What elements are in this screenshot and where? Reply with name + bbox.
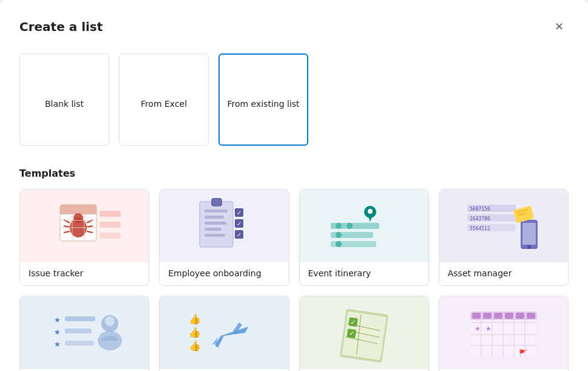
- close-icon: ✕: [555, 20, 564, 33]
- template-event-itinerary[interactable]: Event itinerary: [299, 189, 429, 286]
- svg-text:✓: ✓: [350, 318, 357, 326]
- modal-title: Create a list: [19, 19, 103, 34]
- svg-rect-34: [204, 234, 225, 237]
- svg-point-72: [105, 316, 115, 326]
- template-thumb-event: [300, 189, 428, 262]
- svg-text:✓: ✓: [237, 209, 242, 216]
- svg-rect-65: [65, 316, 95, 321]
- svg-point-49: [336, 232, 342, 238]
- svg-text:👍: 👍: [189, 340, 201, 352]
- svg-text:★: ★: [54, 340, 61, 349]
- svg-rect-27: [100, 222, 121, 228]
- from-excel-option[interactable]: X From Excel: [119, 53, 209, 146]
- options-row: Blank list X From Excel: [19, 53, 569, 146]
- svg-rect-92: [516, 313, 524, 319]
- from-existing-label: From existing list: [227, 99, 299, 109]
- blank-list-label: Blank list: [45, 99, 84, 109]
- svg-rect-90: [494, 313, 502, 319]
- svg-text:👍: 👍: [189, 327, 201, 338]
- svg-rect-33: [204, 228, 221, 231]
- template-travel-requests[interactable]: 👍 👍 👍 Travel requests: [159, 296, 289, 371]
- template-thumb-employee: ✓ ✓ ✓: [160, 189, 288, 262]
- svg-rect-69: [65, 341, 94, 345]
- svg-text:🚩: 🚩: [519, 349, 527, 357]
- svg-rect-91: [505, 313, 513, 319]
- svg-text:✓: ✓: [237, 220, 242, 227]
- svg-rect-89: [483, 313, 492, 319]
- svg-point-47: [346, 223, 353, 229]
- templates-section: Templates: [19, 168, 569, 371]
- svg-rect-30: [204, 209, 228, 213]
- svg-point-15: [73, 213, 83, 223]
- svg-text:★: ★: [475, 325, 481, 333]
- svg-text:5564512: 5564512: [470, 226, 490, 231]
- svg-text:★: ★: [54, 328, 61, 336]
- template-thumb-content: ★ ★ 🚩: [439, 296, 568, 369]
- template-thumb-recruitment: ★ ★ ★: [20, 296, 149, 369]
- svg-rect-59: [522, 223, 536, 245]
- from-existing-list-option[interactable]: From existing list: [218, 53, 308, 146]
- svg-text:✓: ✓: [348, 330, 355, 338]
- templates-grid: Issue tracker ✓: [19, 189, 569, 371]
- svg-rect-31: [204, 216, 224, 219]
- svg-rect-67: [65, 328, 92, 333]
- svg-point-44: [368, 209, 373, 214]
- svg-text:★: ★: [54, 316, 61, 324]
- svg-text:5687156: 5687156: [470, 206, 490, 212]
- template-recruitment-tracker[interactable]: ★ ★ ★ Recruitment tracker: [19, 296, 149, 371]
- template-asset-manager-label: Asset manager: [439, 262, 568, 285]
- modal-header: Create a list ✕: [19, 17, 569, 36]
- svg-rect-41: [212, 199, 221, 206]
- blank-list-option[interactable]: Blank list: [19, 53, 109, 146]
- template-employee-onboarding-label: Employee onboarding: [160, 262, 288, 285]
- close-button[interactable]: ✕: [549, 17, 569, 36]
- svg-point-46: [336, 223, 342, 229]
- create-list-modal: Create a list ✕ Blank list X: [0, 0, 588, 371]
- from-excel-label: From Excel: [141, 99, 187, 109]
- templates-section-title: Templates: [19, 168, 569, 179]
- svg-point-51: [336, 241, 342, 247]
- template-asset-manager[interactable]: 5687156 1643786 5564512: [439, 189, 569, 286]
- template-work-progress-tracker[interactable]: ✓ ✓ Work progress tracker: [299, 296, 429, 371]
- template-thumb-issue: [20, 189, 149, 262]
- svg-text:★: ★: [485, 325, 492, 333]
- template-issue-tracker-label: Issue tracker: [20, 262, 149, 285]
- template-thumb-travel: 👍 👍 👍: [160, 296, 288, 369]
- svg-rect-32: [204, 222, 226, 225]
- svg-point-60: [527, 245, 531, 249]
- template-employee-onboarding[interactable]: ✓ ✓ ✓ Employee onboarding: [159, 189, 289, 286]
- svg-rect-88: [472, 313, 481, 319]
- template-issue-tracker[interactable]: Issue tracker: [19, 189, 149, 286]
- svg-rect-93: [527, 313, 535, 319]
- template-content-scheduler[interactable]: ★ ★ 🚩 Content sch: [439, 296, 569, 371]
- svg-text:👍: 👍: [189, 313, 201, 325]
- template-thumb-work: ✓ ✓: [300, 296, 428, 369]
- svg-rect-28: [100, 233, 121, 239]
- svg-rect-26: [100, 211, 121, 217]
- template-thumb-asset: 5687156 1643786 5564512: [439, 189, 568, 262]
- svg-text:✓: ✓: [237, 231, 242, 238]
- template-event-itinerary-label: Event itinerary: [300, 262, 428, 285]
- svg-text:1643786: 1643786: [470, 216, 490, 222]
